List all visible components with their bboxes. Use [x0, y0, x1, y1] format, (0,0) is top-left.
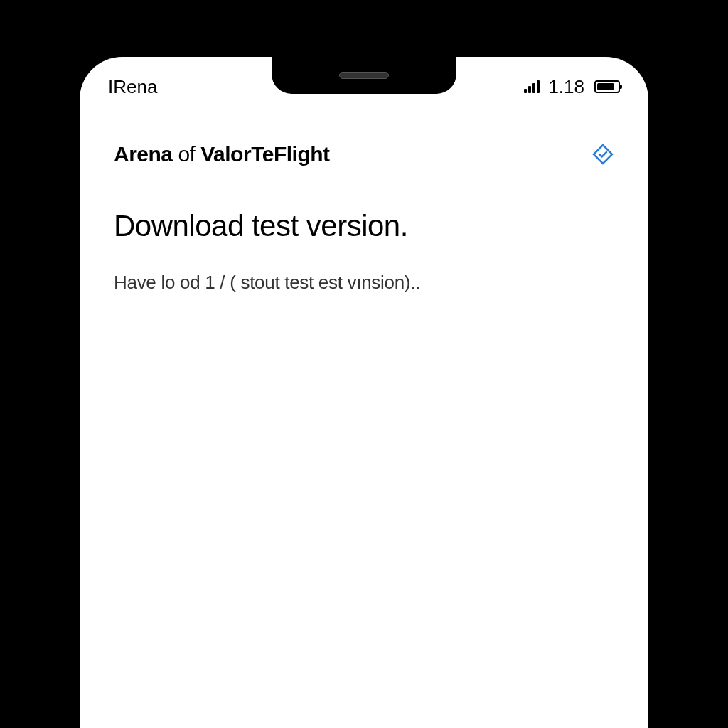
title-part-teflight: TeFlight — [251, 142, 329, 166]
battery-icon — [594, 80, 620, 93]
time-label: 1.18 — [548, 76, 584, 98]
phone-frame: IRena 1.18 Arena of ValorTeFlight — [80, 57, 648, 728]
title-part-valor: Valor — [200, 142, 251, 166]
app-title: Arena of ValorTeFlight — [114, 142, 330, 166]
signal-icon — [524, 80, 540, 93]
page-heading: Download test version. — [114, 209, 614, 243]
status-carrier: IRena — [108, 76, 157, 98]
diamond-check-icon[interactable] — [592, 143, 614, 166]
page-subtext: Have lo od 1 / ( stout test est vınsion)… — [114, 272, 614, 294]
title-part-arena: Arena — [114, 142, 173, 166]
status-bar: IRena 1.18 — [80, 71, 648, 102]
title-part-of: of — [173, 142, 201, 166]
status-right: 1.18 — [524, 76, 620, 98]
header-row: Arena of ValorTeFlight — [114, 142, 614, 166]
carrier-label: IRena — [108, 76, 157, 98]
